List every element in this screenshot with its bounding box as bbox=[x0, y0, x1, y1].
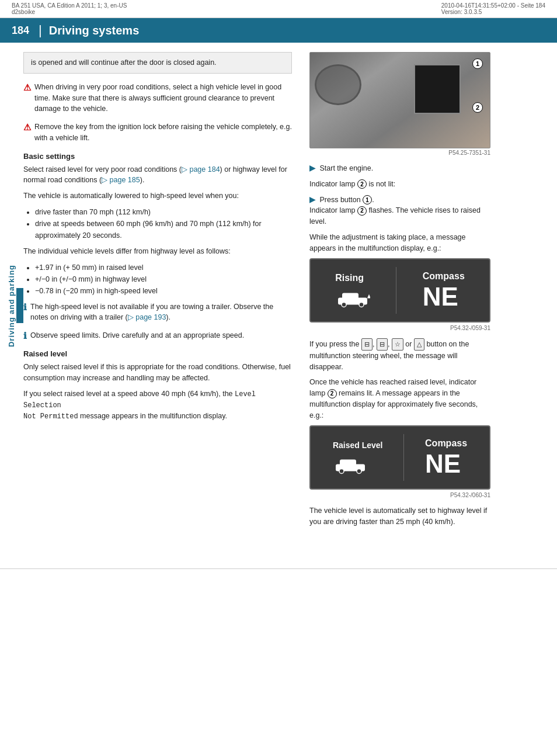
btn-symbol-3: ☆ bbox=[392, 338, 403, 351]
mfd1-divider bbox=[396, 267, 396, 314]
level-bullet-1: +1.97 in (+ 50 mm) in raised level bbox=[35, 262, 292, 273]
mfd2-ne-text: NE bbox=[425, 451, 461, 477]
final-text: The vehicle level is automatically set t… bbox=[309, 505, 490, 528]
dashboard-image-block: 1 2 P54.25-7351-31 bbox=[309, 52, 490, 156]
warning-text-1: When driving in very poor road condition… bbox=[34, 82, 292, 115]
btn-symbol-4: △ bbox=[414, 338, 424, 351]
page-number: 184 bbox=[12, 25, 29, 37]
info-item-1: ℹ The high-speed level is not available … bbox=[23, 301, 292, 324]
mfd2-caption: P54.32-/060-31 bbox=[309, 492, 490, 498]
if-press-text: If you press the ⊟, ⊟, ☆ or △ button on … bbox=[309, 338, 490, 372]
info-text-1: The high-speed level is not available if… bbox=[30, 301, 292, 324]
mfd2-car-icon bbox=[333, 455, 368, 475]
info-item-2: ℹ Observe speed limits. Drive carefully … bbox=[23, 330, 292, 341]
mfd-display-1-block: Rising Compass NE P5 bbox=[309, 258, 490, 331]
press-button-text: ▶ Press button 1. Indicator lamp 2 flash… bbox=[309, 195, 490, 227]
start-engine-label: Start the engine. bbox=[319, 164, 373, 172]
mfd2-raised-label: Raised Level bbox=[333, 441, 383, 450]
warning-item-1: ⚠ When driving in very poor road conditi… bbox=[23, 82, 292, 115]
level-bullets: +1.97 in (+ 50 mm) in raised level +/−0 … bbox=[33, 262, 292, 297]
info-text-2: Observe speed limits. Drive carefully an… bbox=[30, 330, 244, 341]
once-vehicle-text: Once the vehicle has reached raised leve… bbox=[309, 377, 490, 421]
arrow-2: ▶ bbox=[309, 196, 315, 204]
raised-level-text2: If you select raised level at a speed ab… bbox=[23, 389, 292, 422]
start-engine-text: ▶ Start the engine. bbox=[309, 163, 490, 174]
mfd-display-2: Raised Level Compass NE bbox=[309, 425, 490, 490]
info-icon-1: ℹ bbox=[23, 302, 27, 313]
svg-rect-6 bbox=[340, 459, 356, 466]
svg-rect-1 bbox=[342, 293, 358, 300]
indicator-circle-2b: 2 bbox=[357, 206, 367, 216]
mfd1-compass-label: Compass bbox=[423, 271, 465, 282]
indicator-not-lit-text: Indicator lamp 2 is not lit: bbox=[309, 179, 490, 190]
svg-marker-4 bbox=[367, 294, 370, 298]
basic-settings-text3: The individual vehicle levels differ fro… bbox=[23, 246, 292, 257]
indicator-circle-1: 1 bbox=[363, 195, 372, 204]
level-selection-code: Level SelectionNot Permitted bbox=[23, 390, 256, 421]
sidebar-label: Driving and parking bbox=[8, 264, 16, 346]
mfd2-compass-label: Compass bbox=[425, 438, 467, 449]
while-adjustment-text: While the adjustment is taking place, a … bbox=[309, 232, 490, 254]
info-box-text: is opened and will continue after the do… bbox=[31, 58, 217, 67]
left-column: is opened and will continue after the do… bbox=[23, 43, 304, 568]
page-title: Driving systems bbox=[49, 24, 140, 37]
header-left: BA 251 USA, CA Edition A 2011; 1; 3, en-… bbox=[12, 2, 127, 15]
basic-settings-heading: Basic settings bbox=[23, 152, 292, 161]
indicator-circle-2c: 2 bbox=[328, 389, 337, 398]
basic-settings-text2: The vehicle is automatically lowered to … bbox=[23, 190, 292, 202]
dash-image-caption: P54.25-7351-31 bbox=[309, 150, 490, 156]
right-column: 1 2 P54.25-7351-31 ▶ Start the engine. I… bbox=[304, 43, 502, 568]
basic-bullets: drive faster than 70 mph (112 km/h) driv… bbox=[33, 206, 292, 241]
doc-header: BA 251 USA, CA Edition A 2011; 1; 3, en-… bbox=[0, 0, 557, 18]
page-title-bar: 184 | Driving systems bbox=[0, 18, 557, 43]
mfd1-right: Compass NE bbox=[423, 271, 465, 310]
mfd2-left: Raised Level bbox=[333, 441, 383, 475]
mfd-display-1: Rising Compass NE bbox=[309, 258, 490, 322]
warning-text-2: Remove the key from the ignition lock be… bbox=[34, 122, 292, 144]
raised-level-heading: Raised level bbox=[23, 349, 292, 358]
sidebar-container: Driving and parking bbox=[0, 43, 23, 568]
warning-icon-1: ⚠ bbox=[23, 82, 31, 93]
dashboard-photo: 1 2 bbox=[309, 52, 490, 148]
page-footer bbox=[0, 568, 557, 580]
level-bullet-3: −0.78 in (−20 mm) in high-speed level bbox=[35, 285, 292, 297]
mfd1-ne-text: NE bbox=[423, 284, 458, 310]
level-bullet-2: +/−0 in (+/−0 mm) in highway level bbox=[35, 273, 292, 285]
svg-point-7 bbox=[339, 469, 344, 473]
mfd1-left: Rising bbox=[335, 273, 370, 308]
mfd1-caption: P54.32-/059-31 bbox=[309, 325, 490, 331]
btn-symbol-1: ⊟ bbox=[361, 338, 373, 351]
svg-point-8 bbox=[357, 469, 361, 473]
warning-icon-2: ⚠ bbox=[23, 122, 31, 133]
info-icon-2: ℹ bbox=[23, 331, 27, 341]
basic-bullet-2: drive at speeds between 60 mph (96 km/h)… bbox=[35, 218, 292, 241]
mfd-display-2-block: Raised Level Compass NE P54.32-/060-31 bbox=[309, 425, 490, 498]
arrow-1: ▶ bbox=[309, 164, 315, 172]
mfd1-car-icon bbox=[335, 288, 370, 308]
indicator-circle-2a: 2 bbox=[357, 179, 367, 189]
btn-symbol-2: ⊟ bbox=[377, 338, 388, 351]
basic-bullet-1: drive faster than 70 mph (112 km/h) bbox=[35, 206, 292, 218]
dash-circle-2: 2 bbox=[472, 102, 483, 113]
mfd2-right: Compass NE bbox=[425, 438, 467, 477]
info-box-top: is opened and will continue after the do… bbox=[23, 52, 292, 74]
basic-settings-text1: Select raised level for very poor road c… bbox=[23, 164, 292, 186]
svg-point-2 bbox=[342, 302, 346, 307]
svg-point-3 bbox=[359, 302, 364, 307]
mfd2-divider bbox=[403, 434, 404, 481]
dash-circle-1: 1 bbox=[472, 58, 483, 69]
warning-item-2: ⚠ Remove the key from the ignition lock … bbox=[23, 122, 292, 144]
main-content: Driving and parking is opened and will c… bbox=[0, 43, 557, 568]
raised-level-text1: Only select raised level if this is appr… bbox=[23, 362, 292, 384]
mfd1-rising-label: Rising bbox=[335, 273, 364, 283]
header-right: 2010-04-16T14:31:55+02:00 - Seite 184Ver… bbox=[441, 2, 545, 15]
sidebar-blue-indicator bbox=[16, 288, 23, 323]
